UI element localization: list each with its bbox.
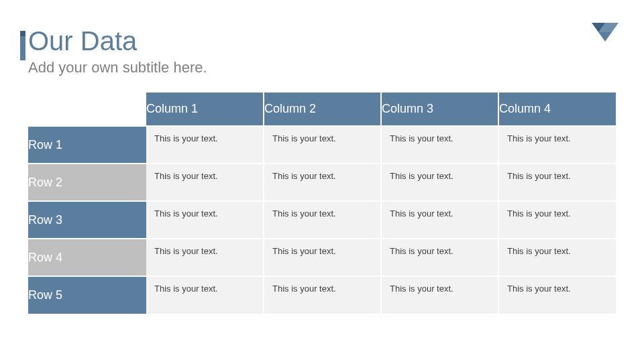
- title-accent-bar: [20, 31, 25, 60]
- table-cell: This is your text.: [498, 164, 616, 201]
- row-header: Row 3: [28, 201, 146, 239]
- table-cell: This is your text.: [146, 126, 264, 164]
- table-cell: This is your text.: [498, 126, 616, 164]
- slide: Our Data Add your own subtitle here. Col…: [0, 0, 644, 362]
- table-cell: This is your text.: [264, 126, 381, 164]
- table-row: Row 3This is your text.This is your text…: [28, 201, 616, 239]
- table-cell: This is your text.: [381, 164, 498, 201]
- row-header: Row 4: [28, 239, 146, 276]
- table-cell: This is your text.: [381, 239, 498, 276]
- table-cell: This is your text.: [264, 239, 381, 276]
- table-row: Row 2This is your text.This is your text…: [28, 164, 616, 201]
- slide-title: Our Data: [28, 27, 616, 55]
- table-cell: This is your text.: [264, 164, 381, 201]
- col-header: Column 1: [146, 93, 264, 126]
- col-header: Column 4: [498, 93, 616, 126]
- table-cell: This is your text.: [264, 276, 381, 314]
- table-row: Row 4This is your text.This is your text…: [28, 239, 616, 276]
- data-table: Column 1 Column 2 Column 3 Column 4 Row …: [28, 93, 616, 314]
- table-cell: This is your text.: [146, 164, 264, 201]
- title-block: Our Data Add your own subtitle here.: [28, 27, 616, 76]
- table-cell: This is your text.: [498, 201, 616, 239]
- row-header: Row 2: [28, 164, 146, 201]
- table-cell: This is your text.: [498, 276, 616, 314]
- table-cell: This is your text.: [381, 201, 498, 239]
- col-header: Column 3: [381, 93, 498, 126]
- table-cell: This is your text.: [146, 276, 264, 314]
- row-header: Row 1: [28, 126, 146, 164]
- table-cell: This is your text.: [146, 239, 264, 276]
- table-cell: This is your text.: [264, 201, 381, 239]
- col-header: Column 2: [264, 93, 381, 126]
- table-cell: This is your text.: [381, 126, 498, 164]
- table-header-row: Column 1 Column 2 Column 3 Column 4: [28, 93, 616, 126]
- slide-subtitle: Add your own subtitle here.: [28, 59, 616, 76]
- table-corner: [28, 93, 146, 126]
- row-header: Row 5: [28, 276, 146, 314]
- table-cell: This is your text.: [381, 276, 498, 314]
- table-row: Row 5This is your text.This is your text…: [28, 276, 616, 314]
- table-row: Row 1This is your text.This is your text…: [28, 126, 616, 164]
- table-cell: This is your text.: [146, 201, 264, 239]
- table-cell: This is your text.: [498, 239, 616, 276]
